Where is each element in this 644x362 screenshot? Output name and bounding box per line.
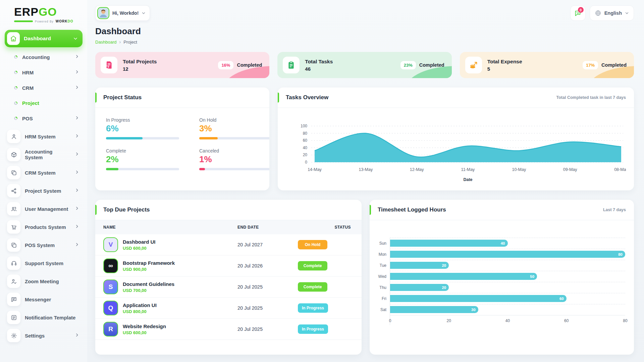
axis-tick-label: 60 [564, 318, 569, 323]
table-row[interactable]: QApplication UIUSD 800,0020 Jul 2025In P… [95, 298, 362, 319]
project-amount: USD 600,00 [123, 330, 166, 335]
svg-text:0: 0 [305, 160, 307, 165]
sidebar-item-dashboard[interactable]: Dashboard [5, 30, 83, 47]
project-name-cell: RWebsite RedesignUSD 600,00 [103, 322, 237, 337]
sidebar-item-hrm-system[interactable]: HRM System [5, 127, 83, 145]
language-selector[interactable]: English [590, 5, 634, 21]
project-text: Document GuidelinesUSD 700,00 [123, 281, 174, 293]
sidebar-item-label: CRM System [25, 170, 70, 176]
progress-fill [106, 137, 143, 139]
sidebar-subitem-label: POS [22, 116, 70, 121]
user-menu-button[interactable]: Hi, Workdo! [95, 5, 150, 21]
sidebar-subitem-crm[interactable]: CRM [5, 80, 83, 96]
sidebar-subitem-hrm[interactable]: HRM [5, 65, 83, 80]
timesheet-day-label: Thu [375, 285, 390, 290]
sidebar-subitem-project[interactable]: Project [5, 96, 83, 111]
projects-icon [101, 57, 117, 73]
chevron-right-icon [75, 206, 79, 212]
project-amount: USD 900,00 [123, 267, 175, 272]
breadcrumb-dashboard-link[interactable]: Dashboard [95, 40, 117, 45]
timesheet-card: Timesheet Logged Hours Last 7 days Sun40… [370, 200, 634, 355]
page-title: Dashboard [95, 26, 634, 37]
template-icon [7, 311, 20, 324]
app-logo: ERPGO Powered By WORKDO [5, 3, 83, 24]
project-text: Application UIUSD 800,00 [123, 302, 157, 314]
tasks-overview-card: Tasks Overview Total Completed task in l… [278, 87, 634, 190]
sidebar-item-messenger[interactable]: Messenger [5, 290, 83, 308]
svg-text:60: 60 [303, 138, 308, 143]
svg-text:80: 80 [303, 131, 308, 136]
project-end-date: 20 Jul 2027 [237, 242, 298, 247]
stat-cards-row: Total Projects1216%CompletedTotal Tasks4… [95, 52, 634, 78]
status-badge: On Hold [298, 240, 327, 249]
headset-icon [7, 256, 20, 270]
stat-card-total-tasks: Total Tasks4623%Completed [277, 52, 451, 78]
axis-tick-label: 0 [389, 318, 391, 323]
dashboard-submenu: AccountingHRMCRMProjectPOS [5, 49, 83, 126]
sidebar-item-notification-template[interactable]: Notification Template [5, 308, 83, 326]
chevron-right-icon [75, 115, 79, 121]
card-title: Top Due Projects [103, 206, 150, 213]
project-logo-icon: S [103, 280, 118, 294]
breadcrumb: Dashboard › Project [95, 39, 634, 45]
user-greeting: Hi, Workdo! [112, 10, 139, 16]
svg-text:08-May: 08-May [614, 167, 626, 172]
chevron-right-icon [75, 69, 79, 75]
timesheet-row-mon: Mon80 [375, 249, 625, 260]
metric-label: Complete [106, 148, 179, 154]
timesheet-bar-value: 80 [618, 252, 623, 256]
sidebar-subitem-pos[interactable]: POS [5, 111, 83, 126]
column-header-status: STATUS [298, 225, 354, 230]
tasks-overview-header: Tasks Overview Total Completed task in l… [278, 87, 634, 108]
progress-fill [199, 137, 218, 139]
metric-label: On Hold [199, 117, 269, 123]
expense-icon [465, 57, 482, 73]
stat-title: Total Projects [123, 59, 213, 65]
bullet-icon [14, 71, 17, 74]
chevron-right-icon [75, 333, 79, 339]
notifications-button[interactable]: 0 [570, 5, 586, 21]
sidebar-item-products-system[interactable]: Products System [5, 218, 83, 236]
timesheet-row-thu: Thu20 [375, 282, 625, 293]
sidebar-item-accounting-system[interactable]: Accounting System [5, 145, 83, 164]
workdo-work: WORK [56, 19, 68, 23]
table-row[interactable]: VDashboard UIUSD 600,0020 Jul 2027On Hol… [95, 234, 362, 255]
axis-tick-label: 20 [447, 318, 451, 323]
table-row[interactable]: RWebsite RedesignUSD 600,0020 Jul 2025In… [95, 319, 362, 340]
svg-text:14-May: 14-May [308, 167, 322, 172]
svg-text:10-May: 10-May [512, 167, 526, 172]
project-name: Document Guidelines [123, 281, 174, 287]
sidebar-item-crm-system[interactable]: CRM System [5, 164, 83, 182]
sidebar-item-settings[interactable]: Settings [5, 326, 83, 345]
sidebar-item-label: Notification Template [25, 315, 79, 320]
stat-title: Total Tasks [305, 59, 395, 65]
sidebar-item-user-management[interactable]: User Management [5, 200, 83, 218]
sidebar-item-support-system[interactable]: Support System [5, 254, 83, 272]
chevron-down-icon [625, 11, 629, 15]
chevron-down-icon [142, 11, 146, 15]
sidebar-item-zoom-meeting[interactable]: Zoom Meeting [5, 272, 83, 290]
top-due-projects-card: Top Due Projects NAMEEND DATESTATUS VDas… [95, 200, 362, 355]
status-badge: In Progress [298, 324, 328, 334]
timesheet-bar-cell: 60 [390, 293, 625, 304]
stat-card-total-expense: Total Expense517%Completed [460, 52, 634, 78]
project-text: Website RedesignUSD 600,00 [123, 323, 166, 335]
user-icon [7, 130, 20, 143]
sidebar-subitem-accounting[interactable]: Accounting [5, 49, 83, 65]
progress-track [106, 168, 179, 170]
table-row[interactable]: ∞Bootstrap FrameworkUSD 900,0020 Jul 202… [95, 255, 362, 277]
sidebar-item-pos-system[interactable]: POS System [5, 236, 83, 254]
stat-value: 46 [305, 66, 395, 72]
metric-label: Canceled [199, 148, 269, 154]
timesheet-day-label: Fri [375, 296, 390, 301]
table-row[interactable]: SDocument GuidelinesUSD 700,0020 Jul 202… [95, 277, 362, 298]
chevron-down-icon [73, 36, 78, 41]
sidebar-item-project-system[interactable]: Project System [5, 182, 83, 200]
timesheet-bar: 20 [390, 284, 449, 291]
stat-completed-label: Completed [419, 62, 444, 68]
timesheet-bar-cell: 20 [390, 282, 625, 293]
timesheet-bar-cell: 30 [390, 304, 625, 315]
timesheet-day-label: Wed [375, 274, 390, 279]
sidebar-item-label: User Management [25, 206, 70, 212]
sidebar-item-label: Accounting System [25, 149, 70, 160]
